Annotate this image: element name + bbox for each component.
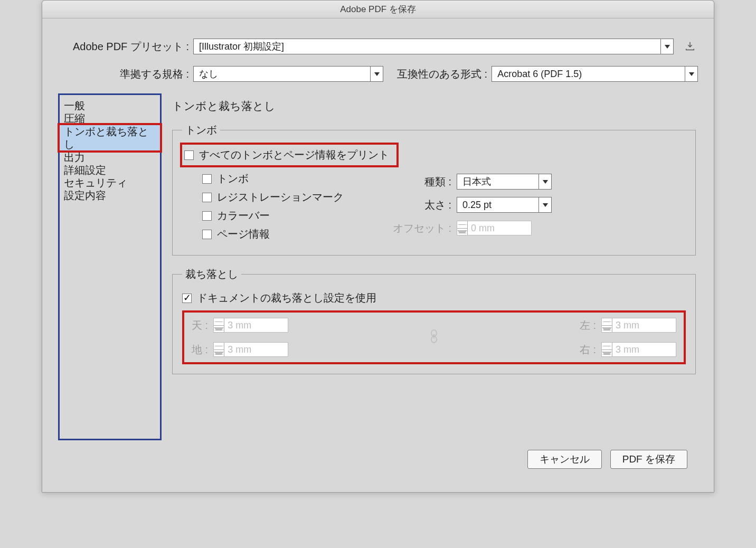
sidebar-item-output[interactable]: 出力 bbox=[60, 151, 160, 164]
bleed-group: 裁ち落とし ドキュメントの裁ち落とし設定を使用 天 : bbox=[172, 267, 696, 374]
standard-value: なし bbox=[194, 68, 370, 80]
sidebar-item-general[interactable]: 一般 bbox=[60, 99, 160, 112]
preset-select[interactable]: [Illustrator 初期設定] bbox=[193, 39, 674, 54]
chevron-down-icon bbox=[685, 67, 697, 81]
marks-group: トンボ すべてのトンボとページ情報をプリント トンボ レジストレーションマーク … bbox=[172, 123, 696, 256]
sidebar-item-summary[interactable]: 設定内容 bbox=[60, 189, 160, 202]
mark-type-select[interactable]: 日本式 bbox=[457, 174, 552, 190]
mark-weight-select[interactable]: 0.25 pt bbox=[457, 197, 552, 213]
bleed-legend: 裁ち落とし bbox=[182, 267, 241, 281]
mark-type-label: 種類 : bbox=[392, 175, 451, 189]
bleed-left-spinner bbox=[601, 318, 676, 333]
offset-input bbox=[468, 221, 531, 235]
sidebar-item-marks-bleed[interactable]: トンボと裁ち落とし bbox=[60, 125, 160, 150]
sidebar-item-advanced[interactable]: 詳細設定 bbox=[60, 164, 160, 176]
save-pdf-button[interactable]: PDF を保存 bbox=[610, 450, 687, 469]
mark-weight-value: 0.25 pt bbox=[457, 200, 538, 211]
bleed-top-spinner bbox=[213, 318, 288, 333]
dialog-title: Adobe PDF を保存 bbox=[340, 3, 416, 15]
bleed-right-spinner bbox=[601, 342, 676, 357]
bleed-left-input bbox=[612, 318, 676, 332]
bleed-top-label: 天 : bbox=[192, 318, 208, 333]
page-info-label: ページ情報 bbox=[217, 227, 270, 241]
bleed-right-label: 右 : bbox=[580, 343, 596, 357]
bleed-right-input bbox=[612, 343, 676, 356]
save-pdf-dialog: Adobe PDF を保存 Adobe PDF プリセット : [Illustr… bbox=[42, 0, 714, 493]
bleed-bottom-input bbox=[224, 343, 288, 356]
bleed-values-area: 天 : 地 : bbox=[182, 310, 686, 364]
all-marks-checkbox[interactable] bbox=[184, 150, 194, 160]
mark-type-value: 日本式 bbox=[457, 175, 538, 188]
compat-select[interactable]: Acrobat 6 (PDF 1.5) bbox=[492, 66, 698, 82]
compat-label: 互換性のある形式 : bbox=[397, 67, 487, 81]
save-preset-icon[interactable] bbox=[682, 39, 698, 54]
page-info-checkbox[interactable] bbox=[202, 230, 212, 239]
chevron-down-icon bbox=[538, 197, 551, 212]
chevron-down-icon bbox=[538, 174, 551, 189]
bleed-bottom-label: 地 : bbox=[192, 343, 208, 357]
trim-marks-label: トンボ bbox=[217, 172, 249, 186]
cancel-button[interactable]: キャンセル bbox=[527, 450, 602, 469]
mark-weight-label: 太さ : bbox=[392, 198, 451, 212]
chevron-down-icon bbox=[660, 39, 673, 54]
dialog-titlebar: Adobe PDF を保存 bbox=[42, 1, 714, 18]
marks-legend: トンボ bbox=[182, 123, 220, 137]
panel-title: トンボと裁ち落とし bbox=[172, 99, 696, 114]
bleed-top-input bbox=[224, 318, 288, 332]
link-bleed-icon bbox=[427, 328, 441, 346]
standard-select[interactable]: なし bbox=[193, 66, 383, 82]
registration-marks-checkbox[interactable] bbox=[202, 193, 212, 202]
use-doc-bleed-label: ドキュメントの裁ち落とし設定を使用 bbox=[197, 291, 376, 305]
preset-value: [Illustrator 初期設定] bbox=[194, 40, 660, 53]
compat-value: Acrobat 6 (PDF 1.5) bbox=[492, 69, 685, 80]
all-marks-label: すべてのトンボとページ情報をプリント bbox=[199, 148, 389, 162]
chevron-down-icon bbox=[370, 67, 383, 81]
offset-spinner bbox=[457, 221, 532, 235]
bleed-bottom-spinner bbox=[213, 342, 288, 357]
registration-marks-label: レジストレーションマーク bbox=[217, 190, 344, 204]
bleed-left-label: 左 : bbox=[580, 318, 596, 333]
offset-label: オフセット : bbox=[392, 221, 451, 235]
standard-label: 準拠する規格 : bbox=[58, 67, 189, 81]
trim-marks-checkbox[interactable] bbox=[202, 174, 212, 184]
sidebar-item-security[interactable]: セキュリティ bbox=[60, 176, 160, 189]
preset-label: Adobe PDF プリセット : bbox=[58, 40, 189, 54]
color-bars-label: カラーバー bbox=[217, 209, 270, 223]
color-bars-checkbox[interactable] bbox=[202, 211, 212, 221]
category-sidebar: 一般 圧縮 トンボと裁ち落とし 出力 詳細設定 セキュリティ 設定内容 bbox=[58, 93, 162, 440]
use-doc-bleed-checkbox[interactable] bbox=[182, 294, 192, 303]
